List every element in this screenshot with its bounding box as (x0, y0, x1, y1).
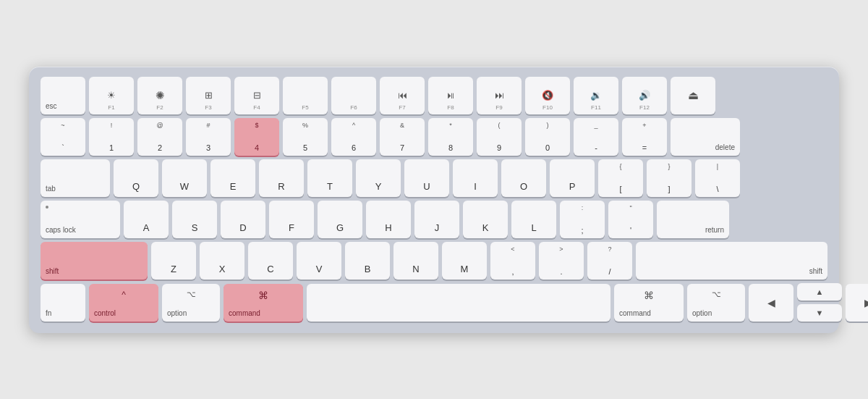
key-f1[interactable]: ☀ F1 (89, 77, 134, 114)
key-arrow-right[interactable]: ▶ (846, 284, 868, 322)
key-f12[interactable]: 🔊 F12 (622, 77, 667, 114)
key-quote[interactable]: " ' (608, 201, 653, 238)
key-semicolon[interactable]: : ; (560, 201, 605, 238)
key-fn[interactable]: fn (41, 284, 85, 322)
key-9[interactable]: ( 9 (477, 118, 522, 156)
key-v[interactable]: V (297, 242, 341, 280)
qwerty-row: tab Q W E R T Y U I O P { [ } ] | \ (41, 159, 827, 197)
key-y[interactable]: Y (356, 159, 401, 197)
key-k[interactable]: K (463, 201, 508, 238)
key-f5[interactable]: F5 (283, 77, 328, 114)
key-slash[interactable]: ? / (587, 242, 632, 280)
key-u[interactable]: U (404, 159, 449, 197)
key-z[interactable]: Z (151, 242, 196, 280)
shift-row: shift Z X C V B N M < , > . ? / shift (41, 242, 827, 280)
key-space[interactable] (307, 284, 610, 322)
key-period[interactable]: > . (539, 242, 584, 280)
key-s[interactable]: S (172, 201, 217, 238)
key-7[interactable]: & 7 (380, 118, 425, 156)
key-rbracket[interactable]: } ] (647, 159, 692, 197)
key-arrow-left[interactable]: ◀ (749, 284, 793, 322)
key-f10[interactable]: 🔇 F10 (525, 77, 570, 114)
key-capslock[interactable]: caps lock (41, 201, 120, 238)
key-shift-right[interactable]: shift (636, 242, 827, 280)
key-f11[interactable]: 🔉 F11 (574, 77, 618, 114)
key-8[interactable]: * 8 (428, 118, 473, 156)
key-esc[interactable]: esc (41, 77, 85, 114)
key-i[interactable]: I (453, 159, 498, 197)
key-d[interactable]: D (221, 201, 265, 238)
key-equals[interactable]: + = (622, 118, 667, 156)
key-h[interactable]: H (366, 201, 411, 238)
key-return[interactable]: return (657, 201, 729, 238)
key-r[interactable]: R (259, 159, 304, 197)
key-0[interactable]: ) 0 (525, 118, 570, 156)
num-row: ~ ` ! 1 @ 2 # 3 $ 4 % 5 ^ 6 & 7 (41, 118, 827, 156)
arrow-up-down-group: ▲ ▼ (797, 283, 842, 322)
key-option-left[interactable]: ⌥ option (162, 284, 220, 322)
key-f[interactable]: F (269, 201, 314, 238)
caps-lock-indicator (46, 206, 48, 209)
key-x[interactable]: X (200, 242, 244, 280)
key-lbracket[interactable]: { [ (598, 159, 643, 197)
key-option-right[interactable]: ⌥ option (687, 284, 745, 322)
home-row: caps lock A S D F G H J K L : ; " ' retu… (41, 201, 827, 238)
key-5[interactable]: % 5 (283, 118, 328, 156)
key-b[interactable]: B (345, 242, 390, 280)
key-f2[interactable]: ✺ F2 (137, 77, 182, 114)
key-o[interactable]: O (501, 159, 546, 197)
key-g[interactable]: G (318, 201, 362, 238)
key-a[interactable]: A (124, 201, 169, 238)
key-arrow-down[interactable]: ▼ (797, 304, 842, 322)
key-2[interactable]: @ 2 (137, 118, 182, 156)
key-f6[interactable]: F6 (331, 77, 376, 114)
key-comma[interactable]: < , (490, 242, 535, 280)
key-minus[interactable]: _ - (574, 118, 618, 156)
key-shift-left[interactable]: shift (41, 242, 148, 280)
key-1[interactable]: ! 1 (89, 118, 134, 156)
key-c[interactable]: C (248, 242, 293, 280)
key-arrow-up[interactable]: ▲ (797, 283, 842, 301)
key-f8[interactable]: ⏯ F8 (428, 77, 473, 114)
key-m[interactable]: M (442, 242, 487, 280)
key-backslash[interactable]: | \ (695, 159, 740, 197)
key-f3[interactable]: ⊞ F3 (186, 77, 231, 114)
key-eject[interactable]: ⏏ (671, 77, 715, 114)
key-control[interactable]: ^ control (89, 284, 158, 322)
key-q[interactable]: Q (114, 159, 158, 197)
key-l[interactable]: L (511, 201, 556, 238)
key-tab[interactable]: tab (41, 159, 110, 197)
key-t[interactable]: T (307, 159, 352, 197)
key-e[interactable]: E (210, 159, 255, 197)
key-n[interactable]: N (393, 242, 438, 280)
key-f7[interactable]: ⏮ F7 (380, 77, 425, 114)
key-j[interactable]: J (414, 201, 459, 238)
key-p[interactable]: P (550, 159, 595, 197)
key-backtick[interactable]: ~ ` (41, 118, 85, 156)
key-w[interactable]: W (162, 159, 207, 197)
key-3[interactable]: # 3 (186, 118, 231, 156)
keyboard: esc ☀ F1 ✺ F2 ⊞ F3 ⊟ F4 F5 F6 ⏮ F7 ⏯ (29, 67, 839, 333)
key-4[interactable]: $ 4 (234, 118, 279, 156)
key-6[interactable]: ^ 6 (331, 118, 376, 156)
bottom-row: fn ^ control ⌥ option ⌘ command ⌘ comman… (41, 283, 827, 322)
key-f4[interactable]: ⊟ F4 (234, 77, 279, 114)
key-f9[interactable]: ⏭ F9 (477, 77, 522, 114)
fn-row: esc ☀ F1 ✺ F2 ⊞ F3 ⊟ F4 F5 F6 ⏮ F7 ⏯ (41, 77, 827, 114)
key-command-left[interactable]: ⌘ command (224, 284, 303, 322)
key-delete[interactable]: delete (671, 118, 740, 156)
key-command-right[interactable]: ⌘ command (614, 284, 684, 322)
